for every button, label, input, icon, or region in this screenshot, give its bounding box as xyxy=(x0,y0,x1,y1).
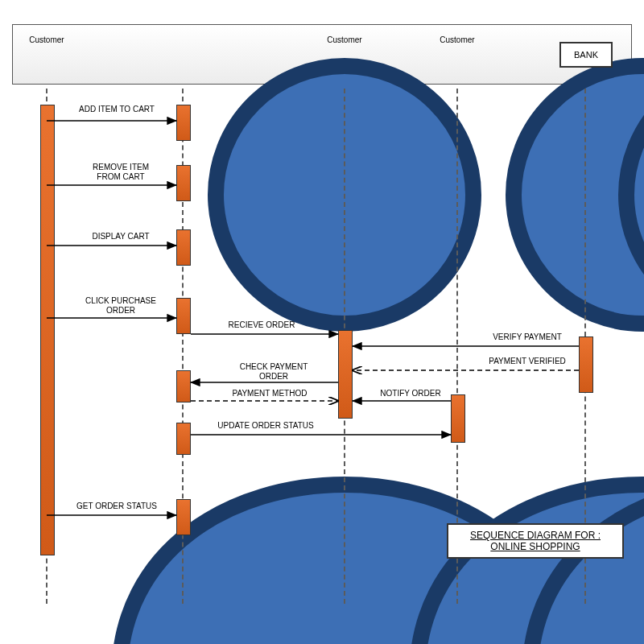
diagram-title: SEQUENCE DIAGRAM FOR : ONLINE SHOPPING xyxy=(447,523,624,559)
sequence-diagram: Customer Customer Customer BANK ADD ITEM… xyxy=(0,0,644,644)
title-text: SEQUENCE DIAGRAM FOR : ONLINE SHOPPING xyxy=(456,530,614,552)
